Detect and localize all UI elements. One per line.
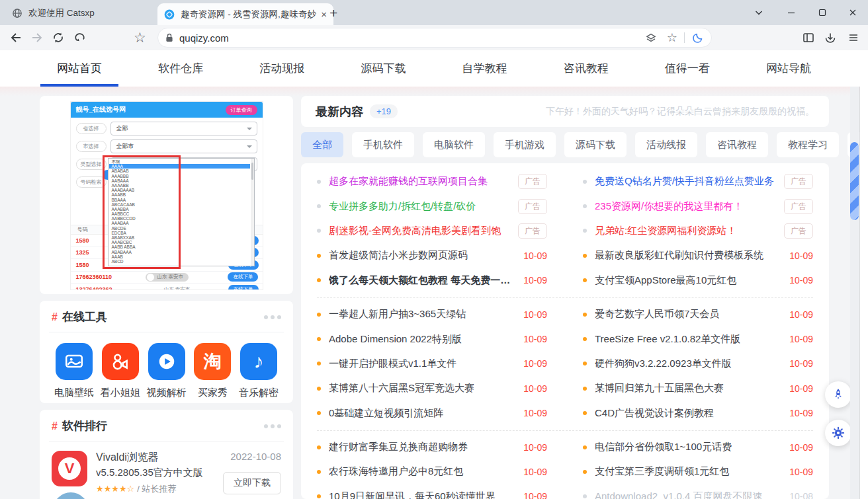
item-title-link[interactable]: 免费送Q钻名片赞/快手抖音粉丝点赞业务 <box>595 175 777 188</box>
item-title-link[interactable]: 支付宝第三季度调研领1元红包 <box>595 465 783 478</box>
list-item: 最新改良版彩虹代刷知识付费模板系统10-09 <box>583 243 813 268</box>
item-title-link[interactable]: 超多在家就能赚钱的互联网项目合集 <box>329 175 511 188</box>
item-title-link[interactable]: Antdownload2_v1.0.4 百度网盘不限速 <box>595 490 783 499</box>
item-title-link[interactable]: 电信部分省份领取1~100元话费 <box>595 441 783 453</box>
item-meta: 10-09 <box>789 383 813 394</box>
item-meta: 广告 <box>518 199 547 214</box>
item-title-link[interactable]: 一键开启护眼模式v1.1单文件 <box>329 358 517 370</box>
back-button[interactable] <box>9 31 22 44</box>
window-minimize-button[interactable] <box>776 0 806 25</box>
nav-item[interactable]: 咨讯教程 <box>561 50 611 87</box>
new-tab-button[interactable]: + <box>329 5 337 21</box>
side-panel-icon[interactable] <box>802 31 815 44</box>
tool-screenshot-image[interactable]: 靓号_在线选号网 订单查询 省选择 全部 市选择 全部市 类型选择 不限 号码检… <box>70 101 263 290</box>
latest-list: 超多在家就能赚钱的互联网项目合集广告专业拼多多助力/拆红包/转盘/砍价广告剧迷影… <box>301 163 829 499</box>
more-dots-icon[interactable] <box>264 315 281 319</box>
software-name[interactable]: Vivaldi浏览器 <box>96 451 223 465</box>
item-title-link[interactable]: 支付宝领AppStore最高10元红包 <box>595 274 783 287</box>
page-scrollbar-thumb[interactable] <box>850 142 859 220</box>
item-title-link[interactable]: 最新改良版彩虹代刷知识付费模板系统 <box>595 249 783 262</box>
tool-taobao-show[interactable]: 淘 买家秀 <box>191 343 234 399</box>
tab-close-icon[interactable]: × <box>321 9 327 19</box>
reload-icon[interactable] <box>52 31 65 44</box>
number-row: 17662360110 山东 泰安市 在线下单 <box>71 272 263 284</box>
category-tab[interactable]: 活动线报 <box>635 132 697 157</box>
list-item: 235资源网/你想要的我这里都有！广告 <box>583 194 813 218</box>
back-to-top-button[interactable] <box>825 381 851 408</box>
nav-item[interactable]: 自学教程 <box>460 50 510 87</box>
item-title-link[interactable]: 硬件狗狗v3.2.22.0923单文件版 <box>595 358 783 370</box>
category-tab[interactable]: 电脑软件 <box>423 132 485 157</box>
download-now-button[interactable]: 立即下载 <box>223 472 281 494</box>
item-title-link[interactable]: 某博回归第九十五届黑色大赛 <box>595 382 783 395</box>
tab-search-button[interactable] <box>744 0 774 25</box>
item-title-link[interactable]: 首发超级简洁小米步数网页源码 <box>329 249 517 262</box>
item-title-link[interactable]: 农行珠海特邀用户必中8元红包 <box>329 465 517 478</box>
item-meta: 10-09 <box>789 442 813 453</box>
browser-tab-quqizy[interactable]: 趣奇资源网 - 残雪资源网,趣味奇妙 × <box>157 3 333 25</box>
tool-wallpaper[interactable]: 电脑壁纸 <box>53 343 95 399</box>
item-title-link[interactable]: 兄弟站:红尘资源网福利资源站！ <box>595 225 777 237</box>
bookmark-star-icon[interactable]: ☆ <box>667 32 677 44</box>
category-tab[interactable]: 咨讯教程 <box>706 132 768 157</box>
bullet-icon <box>583 337 587 341</box>
tool-video-parse[interactable]: 视频解析 <box>146 343 188 399</box>
category-tab[interactable]: 手机软件 <box>352 132 414 157</box>
list-item: 剧迷影视-全网免费高清电影美剧看到饱广告 <box>317 219 547 243</box>
nav-item[interactable]: 源码下载 <box>358 50 408 87</box>
nav-item[interactable]: 网站首页 <box>54 50 105 87</box>
item-title-link[interactable]: 0基础建立短视频引流矩阵 <box>329 407 517 420</box>
undo-arrow-icon[interactable] <box>73 31 86 44</box>
window-close-button[interactable] <box>838 0 868 25</box>
rank-item-vivaldi[interactable]: V Vivaldi浏览器 v5.5.2805.35官方中文版 ★★★★☆/ 站长… <box>52 451 281 495</box>
item-title-link[interactable]: Adobe Dimension 2022特别版 <box>329 333 517 346</box>
menu-icon[interactable] <box>847 31 860 44</box>
tool-header: 靓号_在线选号网 订单查询 <box>71 102 263 118</box>
music-note-icon: ♪ <box>240 343 277 380</box>
category-tab[interactable]: 全部 <box>301 132 343 157</box>
forward-button[interactable] <box>30 31 44 44</box>
settings-button[interactable] <box>825 420 851 446</box>
more-dots-icon[interactable] <box>264 424 281 428</box>
list-item: 爱奇艺数字人民币领7天会员10-09 <box>583 302 813 326</box>
dark-mode-moon-icon[interactable] <box>691 31 705 44</box>
item-title-link[interactable]: 饿了么每天领大额红包教程 每天免费一顿饭 <box>329 274 517 287</box>
item-title-link[interactable]: 某博第八十六届黑S冠军竞选大赛 <box>329 382 517 395</box>
url-text[interactable]: quqizy.com <box>179 32 644 44</box>
tool-music-decrypt[interactable]: ♪ 音乐解密 <box>238 343 280 399</box>
divider <box>684 32 685 43</box>
tool-kuaishou[interactable]: 看小姐姐 <box>99 343 142 399</box>
category-tab[interactable]: 教程学习 <box>777 132 839 157</box>
nav-item[interactable]: 软件仓库 <box>155 50 206 87</box>
list-item: 建行财富季集豆兑换商超购物券10-09 <box>317 435 547 459</box>
item-title-link[interactable]: TreeSize Free v2.1.0.82单文件版 <box>595 333 783 346</box>
item-title-link[interactable]: 235资源网/你想要的我这里都有！ <box>595 200 777 213</box>
item-title-link[interactable]: 爱奇艺数字人民币领7天会员 <box>595 308 783 321</box>
item-title-link[interactable]: 10月9日新闻早讯，每天60秒读懂世界 <box>329 490 517 499</box>
category-tab[interactable]: 手机游戏 <box>494 132 556 157</box>
bullet-icon <box>317 229 321 233</box>
list-item: 超多在家就能赚钱的互联网项目合集广告 <box>317 169 547 194</box>
nav-item[interactable]: 活动现报 <box>257 50 307 87</box>
item-title-link[interactable]: 专业拼多多助力/拆红包/转盘/砍价 <box>329 200 511 213</box>
item-title-link[interactable]: 剧迷影视-全网免费高清电影美剧看到饱 <box>329 225 511 237</box>
bullet-icon <box>317 180 321 184</box>
nav-item[interactable]: 网站导航 <box>763 50 814 87</box>
download-icon[interactable] <box>824 31 837 44</box>
home-star-icon[interactable]: ☆ <box>134 30 147 44</box>
address-bar[interactable]: quqizy.com ☆ <box>157 28 712 48</box>
extension-icon[interactable] <box>644 31 658 44</box>
bullet-icon <box>317 278 321 282</box>
window-maximize-button[interactable] <box>807 0 838 25</box>
category-tab[interactable]: 源码下载 <box>564 132 627 157</box>
nav-item[interactable]: 值得一看 <box>662 50 713 87</box>
item-title-link[interactable]: 建行财富季集豆兑换商超购物券 <box>329 441 517 453</box>
item-meta: 10-09 <box>523 408 547 418</box>
item-title-link[interactable]: 一拳超人新用户抽3~365天绿钻 <box>329 308 517 321</box>
bullet-icon <box>317 254 321 258</box>
item-title-link[interactable]: C4D广告视觉设计案例教程 <box>595 407 783 420</box>
browser-tab-welcome[interactable]: 欢迎使用 Catsxp <box>7 4 159 22</box>
list-item: 0基础建立短视频引流矩阵10-09 <box>317 401 547 426</box>
software-rank-card: # 软件排行 V Vivaldi浏览器 v5.5.2805.35官方中文版 ★★… <box>40 410 293 499</box>
bullet-icon <box>317 470 321 474</box>
